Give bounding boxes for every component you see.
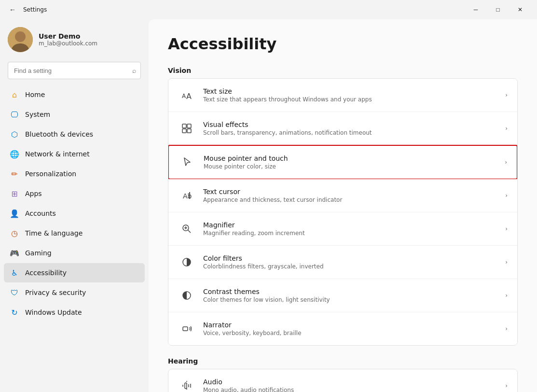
text-cursor-title: Text cursor: [203, 188, 505, 196]
sidebar-item-apps[interactable]: ⊞ Apps: [4, 184, 145, 203]
maximize-button[interactable]: □: [487, 2, 509, 17]
sidebar-item-system[interactable]: 🖵 System: [4, 105, 145, 124]
settings-item-narrator[interactable]: Narrator Voice, verbosity, keyboard, bra…: [168, 312, 517, 345]
personalization-icon: ✏: [10, 169, 19, 179]
nav-label-home: Home: [25, 91, 45, 98]
svg-rect-8: [187, 129, 191, 133]
magnifier-text: Magnifier Magnifier reading, zoom increm…: [203, 221, 505, 237]
sidebar-item-accounts[interactable]: 👤 Accounts: [4, 204, 145, 223]
app-container: User Demo m_lab@outlook.com ⌕ ⌂ Home 🖵 S…: [0, 19, 537, 392]
user-profile: User Demo m_lab@outlook.com: [0, 19, 149, 62]
sidebar-item-accessibility[interactable]: ♿ Accessibility: [4, 263, 145, 282]
text-size-title: Text size: [203, 87, 505, 95]
settings-item-audio[interactable]: Audio Mono audio, audio notifications ›: [168, 369, 517, 392]
color-filters-title: Color filters: [203, 254, 505, 262]
main-content: Accessibility Vision AA Text size Text s…: [149, 19, 537, 392]
sidebar-item-bluetooth[interactable]: ⬡ Bluetooth & devices: [4, 125, 145, 144]
mouse-pointer-text: Mouse pointer and touch Mouse pointer co…: [204, 154, 505, 170]
visual-effects-title: Visual effects: [203, 121, 505, 128]
narrator-icon: [178, 320, 195, 337]
minimize-button[interactable]: ─: [465, 2, 487, 17]
nav-label-accounts: Accounts: [25, 210, 56, 217]
nav-label-privacy: Privacy & security: [25, 289, 86, 296]
settings-item-visual-effects[interactable]: Visual effects Scroll bars, transparency…: [168, 112, 517, 145]
nav-label-update: Windows Update: [25, 308, 82, 316]
svg-text:Ab: Ab: [183, 192, 192, 200]
sidebar-item-update[interactable]: ↻ Windows Update: [4, 303, 145, 322]
search-input[interactable]: [8, 62, 141, 79]
magnifier-title: Magnifier: [203, 221, 505, 229]
privacy-icon: 🛡: [10, 288, 19, 297]
nav-label-gaming: Gaming: [25, 249, 52, 257]
mouse-pointer-desc: Mouse pointer color, size: [204, 163, 505, 170]
search-box: ⌕: [8, 62, 141, 79]
contrast-themes-chevron: ›: [505, 292, 508, 299]
contrast-themes-title: Contrast themes: [203, 288, 505, 295]
settings-item-text-cursor[interactable]: Ab Text cursor Appearance and thickness,…: [168, 179, 517, 212]
avatar: [8, 27, 33, 52]
nav-label-network: Network & internet: [25, 150, 90, 158]
audio-desc: Mono audio, audio notifications: [203, 387, 505, 392]
sidebar-item-time[interactable]: ◷ Time & language: [4, 224, 145, 243]
accounts-icon: 👤: [10, 209, 19, 218]
back-button[interactable]: ←: [6, 3, 19, 16]
sections-container: Vision AA Text size Text size that appea…: [168, 67, 518, 392]
settings-item-color-filters[interactable]: Color filters Colorblindness filters, gr…: [168, 246, 517, 279]
magnifier-icon: [178, 220, 195, 238]
user-info: User Demo m_lab@outlook.com: [39, 32, 97, 47]
mouse-pointer-icon: [179, 154, 196, 171]
network-icon: 🌐: [10, 149, 19, 159]
magnifier-chevron: ›: [505, 225, 508, 232]
settings-item-magnifier[interactable]: Magnifier Magnifier reading, zoom increm…: [168, 212, 517, 246]
narrator-title: Narrator: [203, 321, 505, 329]
nav-label-system: System: [25, 111, 50, 118]
settings-item-mouse-pointer[interactable]: Mouse pointer and touch Mouse pointer co…: [168, 145, 518, 180]
sidebar: User Demo m_lab@outlook.com ⌕ ⌂ Home 🖵 S…: [0, 19, 149, 392]
update-icon: ↻: [10, 308, 19, 317]
narrator-desc: Voice, verbosity, keyboard, braille: [203, 330, 505, 336]
settings-item-text-size[interactable]: AA Text size Text size that appears thro…: [168, 79, 517, 112]
home-icon: ⌂: [10, 90, 19, 99]
visual-effects-desc: Scroll bars, transparency, animations, n…: [203, 129, 505, 136]
contrast-themes-icon: [178, 287, 195, 304]
audio-icon: [178, 377, 195, 392]
close-button[interactable]: ✕: [509, 2, 531, 17]
svg-rect-17: [183, 327, 188, 331]
text-size-text: Text size Text size that appears through…: [203, 87, 505, 103]
section-label-hearing: Hearing: [168, 357, 518, 365]
narrator-text: Narrator Voice, verbosity, keyboard, bra…: [203, 321, 505, 336]
page-title: Accessibility: [168, 35, 518, 53]
nav-label-time: Time & language: [25, 229, 83, 237]
text-cursor-text: Text cursor Appearance and thickness, te…: [203, 188, 505, 203]
section-label-vision: Vision: [168, 67, 518, 74]
text-cursor-desc: Appearance and thickness, text cursor in…: [203, 196, 505, 203]
settings-list-hearing: Audio Mono audio, audio notifications ›: [168, 369, 518, 392]
sidebar-item-gaming[interactable]: 🎮 Gaming: [4, 243, 145, 263]
system-icon: 🖵: [10, 110, 19, 119]
svg-rect-6: [187, 124, 191, 128]
svg-text:A: A: [186, 92, 192, 101]
sidebar-item-privacy[interactable]: 🛡 Privacy & security: [4, 283, 145, 302]
accessibility-icon: ♿: [10, 268, 19, 278]
mouse-pointer-chevron: ›: [505, 159, 507, 166]
audio-text: Audio Mono audio, audio notifications: [203, 378, 505, 392]
text-size-desc: Text size that appears throughout Window…: [203, 96, 505, 103]
sidebar-item-network[interactable]: 🌐 Network & internet: [4, 144, 145, 164]
sidebar-item-home[interactable]: ⌂ Home: [4, 85, 145, 104]
svg-rect-5: [182, 124, 186, 128]
mouse-pointer-title: Mouse pointer and touch: [204, 154, 505, 162]
text-size-chevron: ›: [505, 92, 508, 98]
gaming-icon: 🎮: [10, 248, 19, 258]
audio-title: Audio: [203, 378, 505, 386]
svg-text:A: A: [182, 93, 186, 99]
settings-item-contrast-themes[interactable]: Contrast themes Color themes for low vis…: [168, 279, 517, 312]
sidebar-item-personalization[interactable]: ✏ Personalization: [4, 164, 145, 183]
color-filters-icon: [178, 253, 195, 271]
nav-label-personalization: Personalization: [25, 170, 76, 178]
text-cursor-icon: Ab: [178, 187, 195, 204]
nav-label-apps: Apps: [25, 190, 42, 197]
nav-label-bluetooth: Bluetooth & devices: [25, 130, 93, 138]
audio-chevron: ›: [505, 382, 508, 389]
text-size-icon: AA: [178, 86, 195, 104]
color-filters-chevron: ›: [505, 259, 508, 266]
